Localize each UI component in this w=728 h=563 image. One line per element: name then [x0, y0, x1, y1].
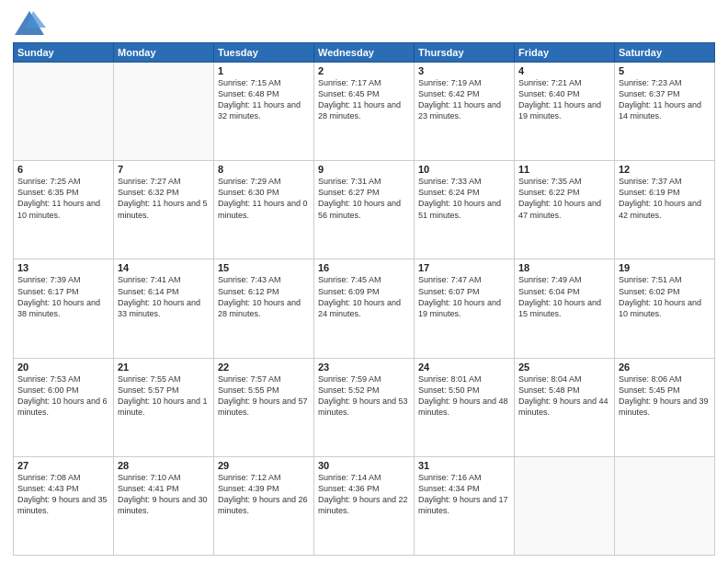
calendar-cell: 27Sunrise: 7:08 AM Sunset: 4:43 PM Dayli… [14, 456, 114, 555]
cell-info: Sunrise: 7:23 AM Sunset: 6:37 PM Dayligh… [619, 77, 711, 122]
calendar-cell: 12Sunrise: 7:37 AM Sunset: 6:19 PM Dayli… [615, 161, 715, 259]
day-number: 1 [218, 65, 310, 76]
cell-info: Sunrise: 7:53 AM Sunset: 6:00 PM Dayligh… [17, 373, 109, 419]
cell-info: Sunrise: 7:14 AM Sunset: 4:36 PM Dayligh… [318, 472, 410, 517]
weekday-header-monday: Monday [114, 43, 214, 63]
calendar-cell: 14Sunrise: 7:41 AM Sunset: 6:14 PM Dayli… [114, 259, 214, 358]
day-number: 31 [418, 460, 510, 471]
cell-info: Sunrise: 7:57 AM Sunset: 5:55 PM Dayligh… [218, 373, 310, 419]
day-number: 17 [418, 262, 510, 273]
cell-info: Sunrise: 7:39 AM Sunset: 6:17 PM Dayligh… [17, 274, 109, 319]
calendar-body: 1Sunrise: 7:15 AM Sunset: 6:48 PM Daylig… [14, 63, 715, 556]
calendar-cell: 29Sunrise: 7:12 AM Sunset: 4:39 PM Dayli… [214, 456, 314, 555]
cell-info: Sunrise: 7:45 AM Sunset: 6:09 PM Dayligh… [318, 274, 410, 319]
cell-info: Sunrise: 7:21 AM Sunset: 6:40 PM Dayligh… [518, 77, 610, 122]
day-number: 21 [118, 362, 210, 373]
day-number: 24 [418, 362, 510, 373]
day-number: 11 [518, 164, 610, 175]
calendar-cell: 31Sunrise: 7:16 AM Sunset: 4:34 PM Dayli… [415, 456, 515, 555]
calendar-cell: 17Sunrise: 7:47 AM Sunset: 6:07 PM Dayli… [415, 259, 515, 358]
calendar-cell: 15Sunrise: 7:43 AM Sunset: 6:12 PM Dayli… [214, 259, 314, 358]
day-number: 27 [17, 460, 109, 471]
cell-info: Sunrise: 7:51 AM Sunset: 6:02 PM Dayligh… [619, 274, 711, 319]
day-number: 14 [118, 262, 210, 273]
day-number: 23 [318, 362, 410, 373]
cell-info: Sunrise: 7:37 AM Sunset: 6:19 PM Dayligh… [619, 176, 711, 221]
day-number: 25 [518, 362, 610, 373]
cell-info: Sunrise: 7:25 AM Sunset: 6:35 PM Dayligh… [17, 176, 109, 221]
calendar-cell [615, 456, 715, 555]
day-number: 16 [318, 262, 410, 273]
calendar-cell: 1Sunrise: 7:15 AM Sunset: 6:48 PM Daylig… [214, 63, 314, 161]
cell-info: Sunrise: 7:08 AM Sunset: 4:43 PM Dayligh… [17, 472, 109, 517]
cell-info: Sunrise: 7:16 AM Sunset: 4:34 PM Dayligh… [418, 472, 510, 517]
calendar-cell: 4Sunrise: 7:21 AM Sunset: 6:40 PM Daylig… [515, 63, 615, 161]
calendar-cell: 9Sunrise: 7:31 AM Sunset: 6:27 PM Daylig… [314, 161, 415, 259]
day-number: 15 [218, 262, 310, 273]
cell-info: Sunrise: 7:59 AM Sunset: 5:52 PM Dayligh… [318, 373, 410, 419]
calendar-cell: 23Sunrise: 7:59 AM Sunset: 5:52 PM Dayli… [314, 358, 415, 456]
cell-info: Sunrise: 7:55 AM Sunset: 5:57 PM Dayligh… [118, 373, 210, 419]
cell-info: Sunrise: 7:49 AM Sunset: 6:04 PM Dayligh… [518, 274, 610, 319]
calendar-cell: 11Sunrise: 7:35 AM Sunset: 6:22 PM Dayli… [515, 161, 615, 259]
day-number: 9 [318, 164, 410, 175]
calendar-cell [14, 63, 114, 161]
calendar-cell: 7Sunrise: 7:27 AM Sunset: 6:32 PM Daylig… [114, 161, 214, 259]
calendar-cell: 30Sunrise: 7:14 AM Sunset: 4:36 PM Dayli… [314, 456, 415, 555]
day-number: 13 [17, 262, 109, 273]
day-number: 20 [17, 362, 109, 373]
calendar-cell [114, 63, 214, 161]
day-number: 5 [619, 65, 711, 76]
calendar-cell: 28Sunrise: 7:10 AM Sunset: 4:41 PM Dayli… [114, 456, 214, 555]
calendar-cell: 6Sunrise: 7:25 AM Sunset: 6:35 PM Daylig… [14, 161, 114, 259]
calendar-cell: 5Sunrise: 7:23 AM Sunset: 6:37 PM Daylig… [615, 63, 715, 161]
calendar-cell [515, 456, 615, 555]
day-number: 28 [118, 460, 210, 471]
calendar-table: SundayMondayTuesdayWednesdayThursdayFrid… [13, 42, 715, 556]
day-number: 3 [418, 65, 510, 76]
day-number: 4 [518, 65, 610, 76]
calendar-cell: 25Sunrise: 8:04 AM Sunset: 5:48 PM Dayli… [515, 358, 615, 456]
weekday-header-tuesday: Tuesday [214, 43, 314, 63]
day-number: 7 [118, 164, 210, 175]
day-number: 10 [418, 164, 510, 175]
calendar-cell: 13Sunrise: 7:39 AM Sunset: 6:17 PM Dayli… [14, 259, 114, 358]
calendar-cell: 24Sunrise: 8:01 AM Sunset: 5:50 PM Dayli… [415, 358, 515, 456]
header [13, 9, 715, 37]
calendar-week-2: 6Sunrise: 7:25 AM Sunset: 6:35 PM Daylig… [14, 161, 715, 259]
weekday-header-friday: Friday [515, 43, 615, 63]
cell-info: Sunrise: 7:15 AM Sunset: 6:48 PM Dayligh… [218, 77, 310, 122]
calendar-cell: 21Sunrise: 7:55 AM Sunset: 5:57 PM Dayli… [114, 358, 214, 456]
calendar-cell: 18Sunrise: 7:49 AM Sunset: 6:04 PM Dayli… [515, 259, 615, 358]
calendar-cell: 26Sunrise: 8:06 AM Sunset: 5:45 PM Dayli… [615, 358, 715, 456]
cell-info: Sunrise: 8:01 AM Sunset: 5:50 PM Dayligh… [418, 373, 510, 419]
cell-info: Sunrise: 7:27 AM Sunset: 6:32 PM Dayligh… [118, 176, 210, 221]
calendar-cell: 10Sunrise: 7:33 AM Sunset: 6:24 PM Dayli… [415, 161, 515, 259]
calendar-cell: 16Sunrise: 7:45 AM Sunset: 6:09 PM Dayli… [314, 259, 415, 358]
calendar-week-1: 1Sunrise: 7:15 AM Sunset: 6:48 PM Daylig… [14, 63, 715, 161]
calendar-cell: 19Sunrise: 7:51 AM Sunset: 6:02 PM Dayli… [615, 259, 715, 358]
cell-info: Sunrise: 7:29 AM Sunset: 6:30 PM Dayligh… [218, 176, 310, 221]
cell-info: Sunrise: 7:31 AM Sunset: 6:27 PM Dayligh… [318, 176, 410, 221]
day-number: 30 [318, 460, 410, 471]
calendar-week-3: 13Sunrise: 7:39 AM Sunset: 6:17 PM Dayli… [14, 259, 715, 358]
cell-info: Sunrise: 7:12 AM Sunset: 4:39 PM Dayligh… [218, 472, 310, 517]
day-number: 8 [218, 164, 310, 175]
calendar-week-4: 20Sunrise: 7:53 AM Sunset: 6:00 PM Dayli… [14, 358, 715, 456]
logo-icon [13, 9, 46, 37]
weekday-header-wednesday: Wednesday [314, 43, 415, 63]
calendar-cell: 8Sunrise: 7:29 AM Sunset: 6:30 PM Daylig… [214, 161, 314, 259]
day-number: 19 [619, 262, 711, 273]
calendar-cell: 20Sunrise: 7:53 AM Sunset: 6:00 PM Dayli… [14, 358, 114, 456]
calendar-header: SundayMondayTuesdayWednesdayThursdayFrid… [14, 43, 715, 63]
cell-info: Sunrise: 7:33 AM Sunset: 6:24 PM Dayligh… [418, 176, 510, 221]
cell-info: Sunrise: 7:47 AM Sunset: 6:07 PM Dayligh… [418, 274, 510, 319]
cell-info: Sunrise: 7:19 AM Sunset: 6:42 PM Dayligh… [418, 77, 510, 122]
cell-info: Sunrise: 8:06 AM Sunset: 5:45 PM Dayligh… [619, 373, 711, 419]
cell-info: Sunrise: 7:43 AM Sunset: 6:12 PM Dayligh… [218, 274, 310, 319]
cell-info: Sunrise: 7:41 AM Sunset: 6:14 PM Dayligh… [118, 274, 210, 319]
day-number: 12 [619, 164, 711, 175]
day-number: 18 [518, 262, 610, 273]
header-row: SundayMondayTuesdayWednesdayThursdayFrid… [14, 43, 715, 63]
weekday-header-sunday: Sunday [14, 43, 114, 63]
